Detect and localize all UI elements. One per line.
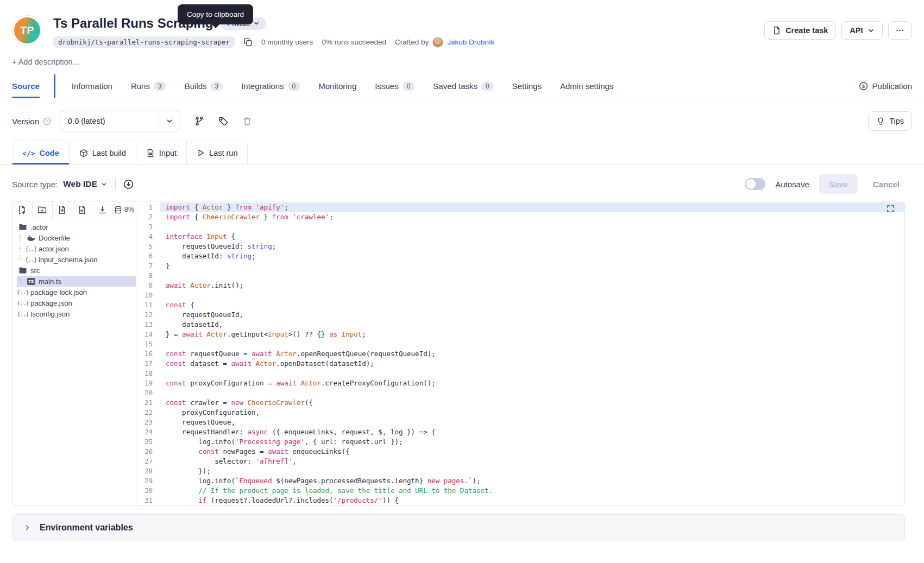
line-number: 26	[136, 447, 160, 457]
tree-item-label: Dockerfile	[39, 234, 70, 242]
tree-item-actor[interactable]: .actor	[17, 222, 136, 232]
tab-runs[interactable]: Runs3	[131, 74, 166, 98]
line-number: 5	[136, 242, 160, 251]
tag-icon[interactable]	[218, 116, 228, 126]
tab-saved-tasks[interactable]: Saved tasks0	[433, 74, 493, 98]
tab-integrations[interactable]: Integrations0	[241, 74, 300, 98]
save-button[interactable]: Save	[819, 174, 858, 194]
create-task-button[interactable]: Create task	[764, 21, 836, 40]
subtab-code[interactable]: </>Code	[12, 141, 70, 165]
subtab-last-build[interactable]: Last build	[70, 141, 136, 165]
code-line-1[interactable]: 1import { Actor } from 'apify';	[136, 203, 904, 212]
code-line-31[interactable]: 31 if (request?.loadedUrl?.includes('/pr…	[136, 496, 904, 505]
svg-text:?: ?	[46, 119, 48, 124]
braces-icon: {..}	[18, 300, 28, 306]
code-line-21[interactable]: 21const crawler = new CheerioCrawler({	[136, 398, 904, 408]
code-line-15[interactable]: 15	[136, 339, 904, 349]
code-line-7[interactable]: 7}	[136, 261, 904, 271]
code-line-18[interactable]: 18	[136, 369, 904, 378]
line-number: 31	[136, 496, 160, 505]
code-line-30[interactable]: 30 // If the product page is loaded, sav…	[136, 486, 904, 496]
code-line-23[interactable]: 23 requestQueue,	[136, 417, 904, 427]
trash-icon[interactable]	[242, 116, 252, 126]
code-line-9[interactable]: 9await Actor.init();	[136, 281, 904, 290]
tab-builds[interactable]: Builds3	[185, 74, 223, 98]
new-file-icon[interactable]	[12, 201, 33, 218]
code-line-27[interactable]: 27 selector: 'a[href]',	[136, 457, 904, 466]
code-line-24[interactable]: 24 requestHandler: async ({ enqueueLinks…	[136, 427, 904, 437]
code-line-22[interactable]: 22 proxyConfiguration,	[136, 408, 904, 417]
file-tree-list: .actor├Dockerfile├{..}actor.json└{..}inp…	[12, 218, 136, 319]
line-number: 30	[136, 486, 160, 496]
code-line-4[interactable]: 4interface Input {	[136, 232, 904, 242]
code-line-14[interactable]: 14} = await Actor.getInput<Input>() ?? {…	[136, 330, 904, 339]
braces-icon: {..}	[18, 289, 28, 295]
tree-item-tsconfig-json[interactable]: {..}tsconfig.json	[17, 308, 136, 319]
tree-item-input-schema-json[interactable]: └{..}input_schema.json	[17, 254, 136, 265]
tab-information[interactable]: Information	[72, 74, 112, 98]
code-line-11[interactable]: 11const {	[136, 300, 904, 310]
code-line-12[interactable]: 12 requestQueueId,	[136, 310, 904, 320]
crafted-by-label: Crafted by	[395, 38, 429, 46]
tree-item-dockerfile[interactable]: ├Dockerfile	[17, 232, 136, 243]
code-line-20[interactable]: 20	[136, 388, 904, 398]
new-folder-icon[interactable]	[33, 201, 53, 218]
more-actions-button[interactable]: ···	[888, 21, 913, 40]
code-line-28[interactable]: 28 });	[136, 466, 904, 476]
cancel-button[interactable]: Cancel	[868, 174, 905, 194]
code-line-19[interactable]: 19const proxyConfiguration = await Actor…	[136, 378, 904, 388]
code-line-10[interactable]: 10	[136, 290, 904, 300]
tree-item-actor-json[interactable]: ├{..}actor.json	[17, 243, 136, 254]
tab-monitoring[interactable]: Monitoring	[318, 74, 356, 98]
code-line-13[interactable]: 13 datasetId,	[136, 320, 904, 330]
tree-connector: ├	[18, 234, 23, 242]
code-line-6[interactable]: 6 datasetId: string;	[136, 251, 904, 261]
subtab-input[interactable]: Input	[136, 141, 187, 165]
tips-button[interactable]: Tips	[868, 111, 912, 131]
code-editor[interactable]: 1import { Actor } from 'apify';2import {…	[136, 201, 904, 505]
scrollbar-track[interactable]	[897, 201, 897, 505]
api-button[interactable]: API	[841, 21, 882, 40]
code-line-25[interactable]: 25 log.info('Processing page', { url: re…	[136, 437, 904, 447]
version-label: Version	[12, 117, 39, 126]
tab-settings[interactable]: Settings	[512, 74, 542, 98]
version-select[interactable]: 0.0 (latest)	[60, 111, 180, 131]
tree-item-label: input_schema.json	[39, 256, 97, 264]
code-line-16[interactable]: 16const requestQueue = await Actor.openR…	[136, 349, 904, 359]
copy-icon[interactable]	[243, 37, 253, 47]
line-number: 13	[136, 320, 160, 330]
fullscreen-icon[interactable]	[887, 205, 895, 213]
tab-publication[interactable]: $ Publication	[859, 74, 912, 98]
tab-admin-settings[interactable]: Admin settings	[560, 74, 613, 98]
tree-item-main-ts[interactable]: └TSmain.ts	[17, 276, 136, 287]
tree-item-package-json[interactable]: {..}package.json	[17, 298, 136, 308]
code-line-3[interactable]: 3	[136, 222, 904, 232]
tab-issues[interactable]: Issues0	[375, 74, 414, 98]
author-link[interactable]: Jakub Drobník	[447, 38, 494, 46]
code-line-5[interactable]: 5 requestQueueId: string;	[136, 242, 904, 251]
environment-variables-panel[interactable]: Environment variables	[12, 514, 905, 541]
subtab-last-run[interactable]: Last run	[187, 141, 247, 165]
tab-source[interactable]: Source	[12, 74, 40, 98]
tree-item-package-lock-json[interactable]: {..}package-lock.json	[17, 287, 136, 298]
upload-file-icon[interactable]	[53, 201, 73, 218]
source-type-select[interactable]: Web IDE	[63, 179, 108, 189]
version-bar: Version ? 0.0 (latest)	[0, 110, 924, 132]
line-number: 27	[136, 457, 160, 466]
code-line-8[interactable]: 8	[136, 271, 904, 281]
tree-item-src[interactable]: src	[17, 265, 136, 276]
download-icon[interactable]	[92, 201, 112, 218]
download-circle-icon[interactable]	[123, 179, 134, 189]
import-file-icon[interactable]	[72, 201, 92, 218]
code-line-29[interactable]: 29 log.info(`Enqueued ${newPages.process…	[136, 476, 904, 486]
git-branch-icon[interactable]	[194, 116, 204, 126]
help-icon[interactable]: ?	[43, 117, 51, 125]
code-line-17[interactable]: 17const dataset = await Actor.openDatase…	[136, 359, 904, 369]
autosave-toggle[interactable]	[745, 178, 765, 190]
code-line-26[interactable]: 26 const newPages = await enqueueLinks({	[136, 447, 904, 457]
repo-path-pill[interactable]: drobnikj/ts-parallel-runs-scraping-scrap…	[53, 36, 235, 48]
code-icon: </>	[22, 149, 35, 157]
main-tabs-row: SourceInformationRuns3Builds3Integration…	[0, 74, 924, 98]
add-description[interactable]: + Add description...	[12, 58, 912, 66]
code-line-2[interactable]: 2import { CheerioCrawler } from 'crawlee…	[136, 212, 904, 222]
